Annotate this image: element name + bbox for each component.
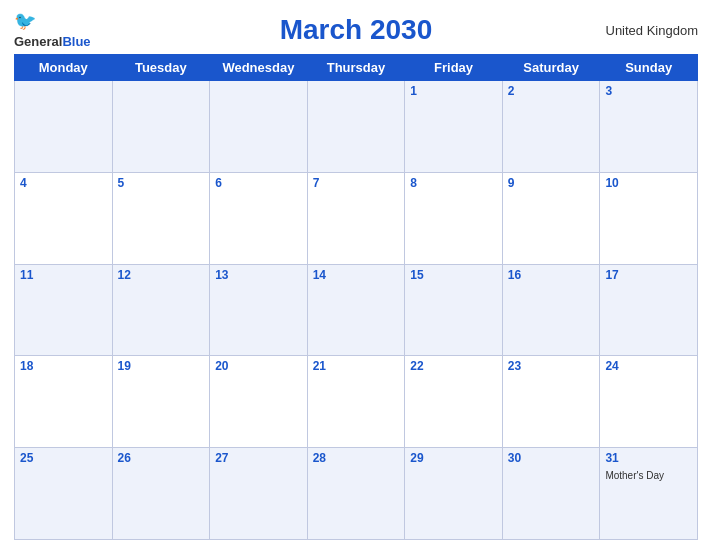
calendar-cell: 25 <box>15 448 113 540</box>
day-event: Mother's Day <box>605 470 664 481</box>
top-header: 🐦 GeneralBlue March 2030 United Kingdom <box>14 10 698 50</box>
day-number: 28 <box>313 451 400 465</box>
country-label: United Kingdom <box>598 23 698 38</box>
day-number: 6 <box>215 176 302 190</box>
calendar-cell: 16 <box>502 264 600 356</box>
day-number: 25 <box>20 451 107 465</box>
calendar-cell: 26 <box>112 448 210 540</box>
calendar-cell: 9 <box>502 172 600 264</box>
day-number: 4 <box>20 176 107 190</box>
calendar-cell: 19 <box>112 356 210 448</box>
calendar-cell: 24 <box>600 356 698 448</box>
calendar-cell: 13 <box>210 264 308 356</box>
calendar-cell: 1 <box>405 81 503 173</box>
weekday-header-saturday: Saturday <box>502 55 600 81</box>
logo: 🐦 GeneralBlue <box>14 10 114 50</box>
calendar-cell <box>112 81 210 173</box>
calendar-cell: 12 <box>112 264 210 356</box>
calendar-week-row: 18192021222324 <box>15 356 698 448</box>
calendar-cell: 31Mother's Day <box>600 448 698 540</box>
calendar-cell: 23 <box>502 356 600 448</box>
day-number: 15 <box>410 268 497 282</box>
day-number: 13 <box>215 268 302 282</box>
calendar-cell: 28 <box>307 448 405 540</box>
weekday-header-sunday: Sunday <box>600 55 698 81</box>
calendar-cell: 29 <box>405 448 503 540</box>
day-number: 12 <box>118 268 205 282</box>
calendar-title: March 2030 <box>114 14 598 46</box>
day-number: 20 <box>215 359 302 373</box>
day-number: 2 <box>508 84 595 98</box>
calendar-cell: 14 <box>307 264 405 356</box>
day-number: 16 <box>508 268 595 282</box>
calendar-cell: 27 <box>210 448 308 540</box>
calendar-cell: 17 <box>600 264 698 356</box>
day-number: 18 <box>20 359 107 373</box>
logo-general-text: General <box>14 34 62 49</box>
weekday-header-thursday: Thursday <box>307 55 405 81</box>
weekday-header-wednesday: Wednesday <box>210 55 308 81</box>
weekday-header-row: MondayTuesdayWednesdayThursdayFridaySatu… <box>15 55 698 81</box>
calendar-cell: 7 <box>307 172 405 264</box>
day-number: 19 <box>118 359 205 373</box>
day-number: 10 <box>605 176 692 190</box>
calendar-week-row: 11121314151617 <box>15 264 698 356</box>
day-number: 5 <box>118 176 205 190</box>
day-number: 29 <box>410 451 497 465</box>
calendar-cell: 5 <box>112 172 210 264</box>
calendar-cell: 2 <box>502 81 600 173</box>
day-number: 7 <box>313 176 400 190</box>
day-number: 1 <box>410 84 497 98</box>
calendar-week-row: 25262728293031Mother's Day <box>15 448 698 540</box>
day-number: 22 <box>410 359 497 373</box>
day-number: 9 <box>508 176 595 190</box>
calendar-cell: 4 <box>15 172 113 264</box>
day-number: 8 <box>410 176 497 190</box>
day-number: 11 <box>20 268 107 282</box>
calendar-cell: 11 <box>15 264 113 356</box>
day-number: 27 <box>215 451 302 465</box>
weekday-header-tuesday: Tuesday <box>112 55 210 81</box>
calendar-cell: 3 <box>600 81 698 173</box>
calendar-cell: 30 <box>502 448 600 540</box>
calendar-cell <box>307 81 405 173</box>
calendar-cell <box>15 81 113 173</box>
weekday-header-monday: Monday <box>15 55 113 81</box>
day-number: 26 <box>118 451 205 465</box>
calendar-cell: 8 <box>405 172 503 264</box>
calendar-cell: 10 <box>600 172 698 264</box>
day-number: 14 <box>313 268 400 282</box>
calendar-week-row: 123 <box>15 81 698 173</box>
day-number: 31 <box>605 451 692 465</box>
logo-bird-icon: 🐦 <box>14 10 36 32</box>
day-number: 23 <box>508 359 595 373</box>
calendar-cell: 20 <box>210 356 308 448</box>
calendar-cell: 21 <box>307 356 405 448</box>
calendar-cell: 15 <box>405 264 503 356</box>
calendar-cell: 18 <box>15 356 113 448</box>
logo-blue-text: Blue <box>62 34 90 49</box>
calendar-cell <box>210 81 308 173</box>
calendar-cell: 6 <box>210 172 308 264</box>
calendar-week-row: 45678910 <box>15 172 698 264</box>
day-number: 21 <box>313 359 400 373</box>
calendar-cell: 22 <box>405 356 503 448</box>
weekday-header-friday: Friday <box>405 55 503 81</box>
day-number: 30 <box>508 451 595 465</box>
calendar-table: MondayTuesdayWednesdayThursdayFridaySatu… <box>14 54 698 540</box>
day-number: 24 <box>605 359 692 373</box>
day-number: 17 <box>605 268 692 282</box>
day-number: 3 <box>605 84 692 98</box>
